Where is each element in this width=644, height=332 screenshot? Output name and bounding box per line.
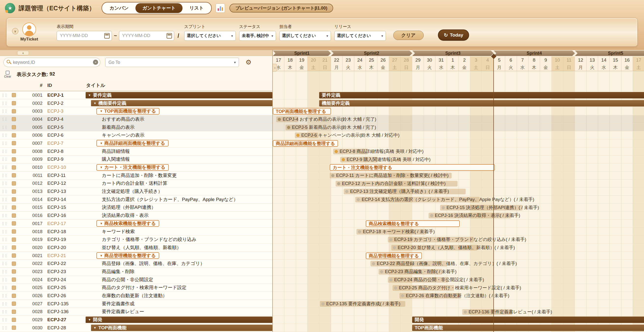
task-row[interactable]: ⋮⋮0010ECPJ-10▼カート・注文機能を整理する	[0, 164, 272, 172]
gantt-outline-bar[interactable]: 商品検索機能を整理する	[366, 220, 460, 227]
drag-handle-icon[interactable]: ⋮⋮	[0, 230, 8, 234]
drag-handle-icon[interactable]: ⋮⋮	[0, 246, 8, 250]
task-row[interactable]: ⋮⋮0005ECPJ-5新着商品の表示	[0, 124, 272, 132]
gantt-outline-bar[interactable]: 商品管理機能を整理する	[366, 252, 422, 259]
group-title-bar[interactable]: ▼要件定義	[86, 92, 272, 98]
gantt-row[interactable]: ECPJ-9 購入関連情報(高橋 美咲 / 対応中)	[273, 156, 644, 164]
gantt-row[interactable]: 機能要件定義	[273, 100, 644, 108]
task-row[interactable]: ⋮⋮0024ECPJ-24商品の公開・非公開設定	[0, 276, 272, 284]
drag-handle-icon[interactable]: ⋮⋮	[0, 93, 8, 98]
gantt-group-bar[interactable]: 機能要件定義	[319, 100, 644, 106]
task-row[interactable]: ⋮⋮0020ECPJ-20並び替え（人気順、価格順、新着順）	[0, 244, 272, 252]
drag-handle-icon[interactable]: ⋮⋮	[0, 205, 8, 210]
gantt-row[interactable]: ECPJ-19 カテゴリ・価格帯・ブランドなどの絞り込み( / 未着手)	[273, 236, 644, 244]
gantt-row[interactable]: ECPJ-13 注文確定処理（購入手続き）( / 未着手)	[273, 188, 644, 196]
drag-handle-icon[interactable]: ⋮⋮	[0, 294, 8, 298]
drag-handle-icon[interactable]: ⋮⋮	[0, 133, 8, 138]
task-row[interactable]: ⋮⋮0018ECPJ-18キーワード検索	[0, 228, 272, 236]
drag-handle-icon[interactable]: ⋮⋮	[0, 125, 8, 130]
drag-handle-icon[interactable]: ⋮⋮	[0, 101, 8, 106]
task-row[interactable]: ⋮⋮0023ECPJ-23商品編集・削除	[0, 268, 272, 276]
collapse-arrow-icon[interactable]: ▼	[100, 110, 103, 113]
drag-handle-icon[interactable]: ⋮⋮	[0, 254, 8, 258]
collapse-panel-tab[interactable]: ∧	[17, 51, 29, 55]
clear-checkbox[interactable]	[6, 71, 10, 74]
drag-handle-icon[interactable]: ⋮⋮	[0, 149, 8, 154]
task-row[interactable]: ⋮⋮0019ECPJ-19カテゴリ・価格帯・ブランドなどの絞り込み	[0, 236, 272, 244]
gantt-row[interactable]: TOP画面機能を整理する	[273, 107, 644, 115]
collapse-arrow-icon[interactable]: ▼	[100, 142, 103, 145]
task-row[interactable]: ⋮⋮0027ECPJ-135要件定義書作成	[0, 300, 272, 308]
task-row[interactable]: ⋮⋮0017ECPJ-17▼商品検索機能を整理する	[0, 220, 272, 228]
drag-handle-icon[interactable]: ⋮⋮	[0, 157, 8, 162]
collapse-arrow-icon[interactable]: ▼	[100, 254, 103, 258]
gantt-row[interactable]: ECPJ-22 商品登録（画像、説明、価格、在庫、カテゴリ）( / 未着手)	[273, 260, 644, 268]
tab-gantt[interactable]: ガントチャート	[136, 3, 182, 13]
task-row[interactable]: ⋮⋮0015ECPJ-15決済処理（外部API連携）	[0, 204, 272, 212]
task-row[interactable]: ⋮⋮0014ECPJ-14支払方法の選択（クレジットカード、PayPay、App…	[0, 196, 272, 204]
drag-handle-icon[interactable]: ⋮⋮	[0, 326, 8, 330]
task-row[interactable]: ⋮⋮0025ECPJ-25商品のタグ付け・検索用キーワード設定	[0, 284, 272, 292]
drag-handle-icon[interactable]: ⋮⋮	[0, 181, 8, 186]
user-chevron-button[interactable]: ∨	[12, 28, 18, 34]
gantt-outline-bar[interactable]: 商品詳細画面機能を整理する	[273, 140, 338, 147]
calendar-icon[interactable]	[166, 33, 172, 38]
gantt-group-bar[interactable]: 要件定義	[319, 92, 644, 98]
gantt-group-bar[interactable]: TOP画面機能	[412, 325, 644, 331]
gantt-row[interactable]: 要件定義	[273, 91, 644, 100]
gantt-group-bar[interactable]: 開発	[412, 316, 644, 323]
group-title-bar[interactable]: ▼開発	[86, 316, 272, 323]
drag-handle-icon[interactable]: ⋮⋮	[0, 189, 8, 194]
gantt-row[interactable]: ECPJ-20 並び替え（人気順、価格順、新着順）( / 未着手)	[273, 244, 644, 252]
task-row[interactable]: ⋮⋮0012ECPJ-12カート内の合計金額・送料計算	[0, 180, 272, 188]
gantt-row[interactable]: ECPJ-25 商品のタグ付け・検索用キーワード設定( / 未着手)	[273, 284, 644, 292]
drag-handle-icon[interactable]: ⋮⋮	[0, 270, 8, 274]
gantt-row[interactable]: ECPJ-5 新着商品の表示(鈴木 大輔 / 完了)	[273, 124, 644, 132]
task-row[interactable]: ⋮⋮0026ECPJ-26在庫数の自動更新（注文連動）	[0, 292, 272, 300]
drag-handle-icon[interactable]: ⋮⋮	[0, 302, 8, 306]
task-row[interactable]: ⋮⋮0022ECPJ-22商品登録（画像、説明、価格、在庫、カテゴリ）	[0, 260, 272, 268]
gantt-row[interactable]: ECPJ-24 商品の公開・非公開設定( / 未着手)	[273, 276, 644, 284]
drag-handle-icon[interactable]: ⋮⋮	[0, 261, 8, 266]
goto-select[interactable]: Go To ▾	[105, 58, 239, 67]
task-row[interactable]: ⋮⋮0029ECPJ-27▼開発	[0, 316, 272, 324]
date-to-input[interactable]	[119, 31, 174, 41]
tab-list[interactable]: リスト	[182, 3, 210, 13]
gantt-row[interactable]: ECPJ-23 商品編集・削除( / 未着手)	[273, 268, 644, 276]
gantt-row[interactable]: ECPJ-12 カート内の合計金額・送料計算( / 検討中)	[273, 180, 644, 188]
tab-kanban[interactable]: カンバン	[103, 3, 136, 13]
drag-handle-icon[interactable]: ⋮⋮	[0, 117, 8, 122]
drag-handle-icon[interactable]: ⋮⋮	[0, 173, 8, 178]
gantt-row[interactable]: 商品詳細画面機能を整理する	[273, 140, 644, 148]
today-button[interactable]: ↻ Today	[438, 30, 469, 41]
gantt-row[interactable]: ECPJ-4 おすすめ商品の表示(鈴木 大輔 / 完了)	[273, 115, 644, 124]
date-from-input[interactable]	[57, 31, 112, 41]
drag-handle-icon[interactable]: ⋮⋮	[0, 109, 8, 113]
drag-handle-icon[interactable]: ⋮⋮	[0, 286, 8, 290]
gantt-row[interactable]: ECPJ-26 在庫数の自動更新（注文連動）( / 未着手)	[273, 292, 644, 300]
drag-handle-icon[interactable]: ⋮⋮	[0, 221, 8, 226]
group-outline-pill[interactable]: ▼カート・注文機能を整理する	[96, 164, 169, 171]
gantt-outline-bar[interactable]: カート・注文機能を整理する	[330, 164, 495, 171]
release-select[interactable]: 選択してください ▾	[334, 31, 386, 41]
task-row[interactable]: ⋮⋮0002ECPJ-2▼機能要件定義	[0, 100, 272, 108]
gantt-row[interactable]: ECPJ-135 要件定義書作成( / 未着手)	[273, 300, 644, 308]
collapse-arrow-icon[interactable]: ▼	[100, 222, 103, 225]
group-outline-pill[interactable]: ▼TOP画面機能を整理する	[96, 108, 160, 114]
drag-handle-icon[interactable]: ⋮⋮	[0, 165, 8, 170]
collapse-arrow-icon[interactable]: ▼	[88, 318, 91, 322]
drag-handle-icon[interactable]: ⋮⋮	[0, 310, 8, 314]
search-input[interactable]	[4, 58, 100, 67]
settings-gear-icon[interactable]: ⚙	[244, 58, 253, 67]
drag-handle-icon[interactable]: ⋮⋮	[0, 141, 8, 146]
group-outline-pill[interactable]: ▼商品管理機能を整理する	[96, 252, 159, 259]
drag-handle-icon[interactable]: ⋮⋮	[0, 278, 8, 282]
task-row[interactable]: ⋮⋮0011ECPJ-11カートに商品追加・削除・数量変更	[0, 172, 272, 180]
gantt-row[interactable]: ECPJ-6 キャンペーンの表示(鈴木 大輔 / 対応中)	[273, 131, 644, 140]
chart-icon-button[interactable]	[216, 4, 225, 13]
gantt-row[interactable]: ECPJ-136 要件定義書レビュー( / 未着手)	[273, 308, 644, 316]
gantt-row[interactable]: 商品管理機能を整理する	[273, 252, 644, 260]
gantt-row[interactable]: ECPJ-14 支払方法の選択（クレジットカード、PayPay、Apple Pa…	[273, 196, 644, 204]
drag-handle-icon[interactable]: ⋮⋮	[0, 318, 8, 322]
gantt-row[interactable]: 開発	[273, 316, 644, 324]
